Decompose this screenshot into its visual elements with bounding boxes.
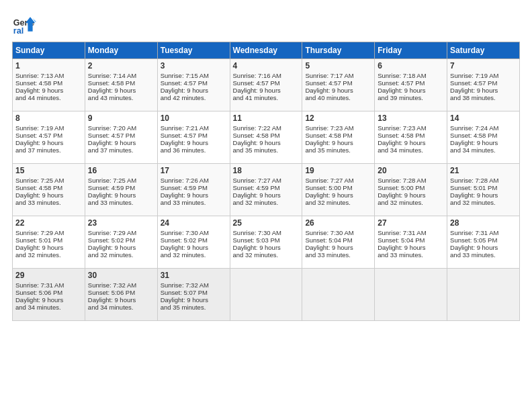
day-info-line: Sunrise: 7:21 AM xyxy=(161,124,227,132)
day-info-line: Sunrise: 7:32 AM xyxy=(161,281,227,289)
day-number: 2 xyxy=(88,61,154,71)
day-info-line: Daylight: 9 hours xyxy=(88,296,154,304)
day-info-line: Sunrise: 7:31 AM xyxy=(378,229,444,236)
day-info-line: Sunrise: 7:20 AM xyxy=(88,124,154,132)
day-info-line: Daylight: 9 hours xyxy=(88,244,154,251)
week-row-5: 29Sunrise: 7:31 AMSunset: 5:06 PMDayligh… xyxy=(13,269,520,321)
day-info-line: Sunset: 5:04 PM xyxy=(305,236,371,244)
day-number: 7 xyxy=(450,61,517,71)
week-row-4: 22Sunrise: 7:29 AMSunset: 5:01 PMDayligh… xyxy=(13,216,520,269)
calendar-cell xyxy=(375,269,447,321)
day-info-line: and 40 minutes. xyxy=(305,94,371,101)
header-cell-tuesday: Tuesday xyxy=(157,42,230,59)
day-info-line: Daylight: 9 hours xyxy=(305,244,371,251)
logo-icon: Gene ral xyxy=(12,12,36,36)
day-info-line: and 32 minutes. xyxy=(233,251,300,259)
calendar-cell: 12Sunrise: 7:23 AMSunset: 4:58 PMDayligh… xyxy=(302,111,375,164)
calendar-cell: 31Sunrise: 7:32 AMSunset: 5:07 PMDayligh… xyxy=(157,269,230,321)
day-info-line: Sunset: 4:59 PM xyxy=(233,184,300,191)
header-cell-wednesday: Wednesday xyxy=(230,42,302,59)
day-info-line: Sunset: 5:06 PM xyxy=(15,289,82,296)
day-info-line: and 32 minutes. xyxy=(233,199,300,206)
day-info-line: Daylight: 9 hours xyxy=(233,139,300,146)
day-info-line: Sunset: 5:01 PM xyxy=(15,236,82,244)
day-info-line: Sunrise: 7:30 AM xyxy=(161,229,227,236)
day-info-line: Daylight: 9 hours xyxy=(88,87,154,94)
day-info-line: Sunrise: 7:19 AM xyxy=(450,72,517,79)
day-info-line: and 38 minutes. xyxy=(450,94,517,101)
day-info-line: Sunset: 4:57 PM xyxy=(450,79,517,87)
calendar-cell: 3Sunrise: 7:15 AMSunset: 4:57 PMDaylight… xyxy=(157,59,230,111)
day-info-line: Sunrise: 7:19 AM xyxy=(15,124,82,132)
calendar-cell xyxy=(302,269,375,321)
day-number: 5 xyxy=(305,61,371,71)
day-info-line: and 33 minutes. xyxy=(305,251,371,259)
day-info-line: and 32 minutes. xyxy=(378,199,444,206)
calendar-cell: 4Sunrise: 7:16 AMSunset: 4:57 PMDaylight… xyxy=(230,59,302,111)
day-info-line: Daylight: 9 hours xyxy=(233,191,300,199)
day-info-line: and 35 minutes. xyxy=(233,146,300,154)
header: Gene ral xyxy=(12,12,520,36)
day-info-line: Sunset: 4:58 PM xyxy=(378,132,444,139)
calendar-cell: 14Sunrise: 7:24 AMSunset: 4:58 PMDayligh… xyxy=(447,111,520,164)
day-info-line: Sunset: 4:58 PM xyxy=(450,132,517,139)
day-number: 23 xyxy=(88,218,154,228)
day-number: 19 xyxy=(305,166,371,175)
day-info-line: Sunrise: 7:29 AM xyxy=(88,229,154,236)
day-info-line: and 42 minutes. xyxy=(161,94,227,101)
day-number: 28 xyxy=(450,218,517,228)
day-info-line: and 43 minutes. xyxy=(88,94,154,101)
day-info-line: Sunrise: 7:31 AM xyxy=(450,229,517,236)
day-info-line: Sunrise: 7:16 AM xyxy=(233,72,300,79)
day-info-line: Daylight: 9 hours xyxy=(378,244,444,251)
day-info-line: and 33 minutes. xyxy=(88,199,154,206)
day-number: 31 xyxy=(161,271,227,280)
day-number: 15 xyxy=(15,166,82,175)
day-number: 12 xyxy=(305,113,371,123)
day-info-line: and 34 minutes. xyxy=(88,304,154,311)
day-number: 29 xyxy=(15,271,82,280)
day-info-line: Daylight: 9 hours xyxy=(15,244,82,251)
header-cell-thursday: Thursday xyxy=(302,42,375,59)
day-info-line: and 36 minutes. xyxy=(161,146,227,154)
day-info-line: Daylight: 9 hours xyxy=(233,87,300,94)
day-info-line: and 41 minutes. xyxy=(233,94,300,101)
day-info-line: and 37 minutes. xyxy=(15,146,82,154)
day-number: 24 xyxy=(161,218,227,228)
calendar-cell: 20Sunrise: 7:28 AMSunset: 5:00 PMDayligh… xyxy=(375,164,447,216)
day-info-line: Sunset: 4:59 PM xyxy=(88,184,154,191)
day-number: 25 xyxy=(233,218,300,228)
day-info-line: and 32 minutes. xyxy=(15,251,82,259)
day-info-line: Sunrise: 7:18 AM xyxy=(378,72,444,79)
calendar-cell: 2Sunrise: 7:14 AMSunset: 4:58 PMDaylight… xyxy=(85,59,157,111)
day-info-line: Sunrise: 7:28 AM xyxy=(378,177,444,184)
day-info-line: Sunrise: 7:28 AM xyxy=(450,177,517,184)
svg-text:ral: ral xyxy=(13,26,24,36)
day-number: 26 xyxy=(305,218,371,228)
day-info-line: Daylight: 9 hours xyxy=(378,87,444,94)
day-info-line: and 34 minutes. xyxy=(450,146,517,154)
day-info-line: Sunset: 5:07 PM xyxy=(161,289,227,296)
day-info-line: Sunrise: 7:23 AM xyxy=(378,124,444,132)
day-info-line: Sunrise: 7:29 AM xyxy=(15,229,82,236)
day-info-line: Sunset: 4:57 PM xyxy=(161,132,227,139)
day-info-line: Sunrise: 7:24 AM xyxy=(450,124,517,132)
calendar-cell: 19Sunrise: 7:27 AMSunset: 5:00 PMDayligh… xyxy=(302,164,375,216)
day-info-line: Sunset: 4:59 PM xyxy=(161,184,227,191)
day-info-line: and 39 minutes. xyxy=(378,94,444,101)
day-info-line: and 33 minutes. xyxy=(378,251,444,259)
calendar-cell xyxy=(447,269,520,321)
day-info-line: and 33 minutes. xyxy=(15,199,82,206)
day-info-line: Sunset: 4:57 PM xyxy=(161,79,227,87)
day-info-line: Daylight: 9 hours xyxy=(305,139,371,146)
calendar-cell: 28Sunrise: 7:31 AMSunset: 5:05 PMDayligh… xyxy=(447,216,520,269)
day-info-line: Sunset: 4:58 PM xyxy=(233,132,300,139)
calendar-cell: 1Sunrise: 7:13 AMSunset: 4:58 PMDaylight… xyxy=(13,59,85,111)
calendar-cell: 30Sunrise: 7:32 AMSunset: 5:06 PMDayligh… xyxy=(85,269,157,321)
day-info-line: Sunset: 4:57 PM xyxy=(378,79,444,87)
day-info-line: Sunrise: 7:30 AM xyxy=(233,229,300,236)
day-info-line: Sunrise: 7:13 AM xyxy=(15,72,82,79)
calendar-cell: 7Sunrise: 7:19 AMSunset: 4:57 PMDaylight… xyxy=(447,59,520,111)
calendar-cell xyxy=(230,269,302,321)
calendar-cell: 21Sunrise: 7:28 AMSunset: 5:01 PMDayligh… xyxy=(447,164,520,216)
